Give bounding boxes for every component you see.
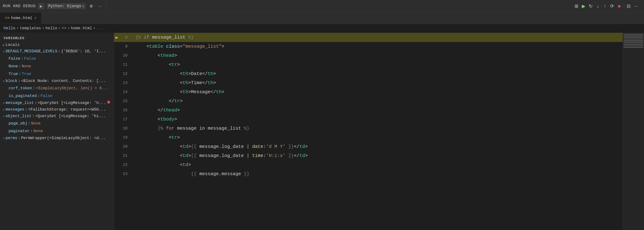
line-number: 15 xyxy=(114,97,132,106)
stop-button[interactable]: ■ xyxy=(616,3,622,10)
line-number: 13 xyxy=(114,78,132,87)
line-number: 12 xyxy=(114,69,132,78)
list-item[interactable]: › block : <Block Node: content. Contents… xyxy=(0,78,114,84)
code-line: 17 <tbody> xyxy=(114,115,622,124)
code-area: ▶8{% if message_list %}9 <table class="m… xyxy=(114,33,622,230)
list-item[interactable]: › message_list : <QuerySet [<LogMessage:… xyxy=(0,100,114,106)
expand-icon: › xyxy=(2,79,5,84)
ellipsis-button[interactable]: ··· xyxy=(96,3,103,10)
list-item[interactable]: › DEFAULT_MESSAGE_LEVELS : {'DEBUG': 10,… xyxy=(0,48,114,55)
list-item: csrf_token : <SimpleLazyObject, len() = … xyxy=(0,84,114,92)
mini-line xyxy=(624,42,643,43)
code-line: 11 <tr> xyxy=(114,60,622,69)
var-name: csrf_token xyxy=(8,85,32,91)
mini-line xyxy=(624,36,643,37)
step-out-button[interactable]: ↑ xyxy=(602,3,608,10)
code-line: 23 {{ message.message }} xyxy=(114,169,622,179)
code-line: 10 <thead> xyxy=(114,51,622,60)
breadcrumb-hello[interactable]: hello xyxy=(4,26,15,31)
play-button[interactable]: ▶ xyxy=(38,3,44,10)
mini-line xyxy=(624,43,643,43)
breadcrumb: hello › templates › hello › <> › home.ht… xyxy=(0,24,644,33)
step-over-button[interactable]: ↓ xyxy=(595,3,601,10)
top-bar: RUN AND DEBUG ▶ Python: Django ∨ ⚙ ··· ⊞… xyxy=(0,0,644,13)
grid-icon-button[interactable]: ⊞ xyxy=(573,3,580,10)
mini-line xyxy=(624,37,643,38)
var-value: False xyxy=(40,93,52,99)
locals-label: Locals xyxy=(6,43,20,47)
locals-chevron-icon: ∨ xyxy=(2,43,4,47)
line-number: 10 xyxy=(114,51,132,60)
expand-icon: › xyxy=(2,101,5,105)
close-tab-icon[interactable]: × xyxy=(34,17,36,20)
line-number: 21 xyxy=(114,151,132,160)
gear-button[interactable]: ⚙ xyxy=(88,3,94,10)
var-value: <Block Node: content. Contents: [... xyxy=(21,79,106,83)
list-item[interactable]: › perms : PermWrapper(<SimpleLazyObject:… xyxy=(0,135,114,142)
code-line: 19 <tr> xyxy=(114,133,622,142)
line-content: {% if message_list %} xyxy=(132,33,622,42)
var-value: {'DEBUG': 10, 'I... xyxy=(61,49,106,54)
var-name: block xyxy=(6,79,17,83)
mini-line xyxy=(624,41,643,42)
code-line: 12 <th>Date</th> xyxy=(114,69,622,78)
mini-line xyxy=(624,44,643,44)
line-content: <td>{{ message.log_date | time:'H:i:s' }… xyxy=(132,151,622,160)
locals-section[interactable]: ∨ Locals xyxy=(0,42,114,48)
divider2 xyxy=(624,3,624,10)
code-line: 18 {% for message in message_list %} xyxy=(114,124,622,133)
line-number: 22 xyxy=(114,160,132,169)
line-number: 11 xyxy=(114,60,132,69)
mini-line xyxy=(624,45,643,46)
var-name: message_list xyxy=(6,101,34,105)
var-value: None xyxy=(31,121,40,127)
var-name: DEFAULT_MESSAGE_LEVELS xyxy=(6,49,57,54)
list-item[interactable]: › messages : <FallbackStorage: request=<… xyxy=(0,106,114,113)
list-item: False : False xyxy=(0,55,114,62)
line-content: <th>Date</th> xyxy=(132,69,622,78)
split-editor-button[interactable]: ⊟ xyxy=(626,3,632,10)
config-selector[interactable]: Python: Django ∨ xyxy=(46,3,86,9)
breadcrumb-sep3: › xyxy=(58,26,60,31)
var-name: True xyxy=(8,71,18,77)
line-number: 18 xyxy=(114,124,132,133)
line-content: <th>Message</th> xyxy=(132,87,622,97)
line-number: 14 xyxy=(114,87,132,97)
var-value: <QuerySet [<LogMessage: 'hi... xyxy=(35,114,106,119)
mini-line xyxy=(624,40,643,41)
code-editor[interactable]: ▶8{% if message_list %}9 <table class="m… xyxy=(114,33,622,230)
line-content: <thead> xyxy=(132,51,622,60)
list-item: is_paginated : False xyxy=(0,92,114,100)
more-actions-button[interactable]: ··· xyxy=(632,3,639,10)
line-number: 17 xyxy=(114,115,132,124)
restart-button[interactable]: ↻ xyxy=(588,3,594,10)
chevron-down-icon: ∨ xyxy=(82,4,84,8)
var-value: PermWrapper(<SimpleLazyObject: <d... xyxy=(21,136,106,140)
var-value: <FallbackStorage: request=<WSG... xyxy=(28,107,106,112)
sidebar-title: VARIABLES xyxy=(0,34,114,42)
line-content: <tr> xyxy=(132,133,622,142)
breadcrumb-hello2[interactable]: hello xyxy=(46,26,57,31)
breadcrumb-templates[interactable]: templates xyxy=(20,26,41,31)
var-name: is_paginated xyxy=(8,93,37,99)
reload-button[interactable]: ⟳ xyxy=(609,3,615,10)
line-content: <tbody> xyxy=(132,115,622,124)
code-line: 21 <td>{{ message.log_date | time:'H:i:s… xyxy=(114,151,622,160)
breakpoint-dot xyxy=(107,101,110,103)
list-item: paginator : None xyxy=(0,127,114,135)
start-debug-button[interactable]: ▶ xyxy=(580,3,587,10)
minimap-content xyxy=(624,34,643,48)
expand-icon: › xyxy=(2,49,5,54)
run-debug-label: RUN AND DEBUG xyxy=(3,4,36,8)
code-line: 13 <th>Time</th> xyxy=(114,78,622,87)
list-item: page_obj : None xyxy=(0,120,114,127)
var-name: paginator xyxy=(8,128,30,134)
tab-home-html[interactable]: <> home.html × xyxy=(0,13,42,24)
minimap xyxy=(622,33,644,230)
breadcrumb-home-html[interactable]: home.html xyxy=(71,26,92,31)
html-file-icon: <> xyxy=(5,16,10,20)
var-name: messages xyxy=(6,107,24,112)
list-item[interactable]: › object_list : <QuerySet [<LogMessage: … xyxy=(0,113,114,120)
breadcrumb-file-icon: <> xyxy=(62,26,66,31)
tab-bar: <> home.html × xyxy=(0,13,644,24)
